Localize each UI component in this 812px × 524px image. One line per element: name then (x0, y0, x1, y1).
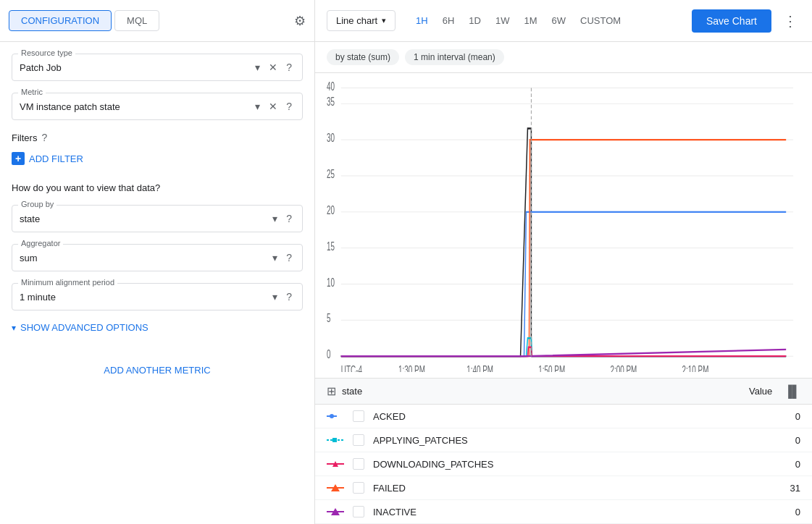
svg-text:1:30 PM: 1:30 PM (398, 364, 425, 372)
aggregator-dropdown[interactable]: ▾ (269, 250, 280, 265)
legend-header: ⊞ state Value ▐▌ (315, 379, 812, 405)
svg-text:0: 0 (327, 348, 331, 361)
inactive-value: 0 (771, 507, 800, 517)
min-alignment-field: Minimum alignment period 1 minute ▾ ? (12, 283, 303, 310)
filters-section: Filters ? (12, 132, 303, 143)
downloading-line-icon (327, 459, 347, 469)
svg-text:2:10 PM: 2:10 PM (682, 364, 709, 372)
applying-value: 0 (771, 435, 800, 446)
resource-type-clear[interactable]: ✕ (266, 60, 280, 75)
acked-label: ACKED (373, 411, 771, 422)
downloading-label: DOWNLOADING_PATCHES (373, 459, 771, 470)
legend-bars-icon[interactable]: ▐▌ (784, 385, 800, 398)
svg-text:1:40 PM: 1:40 PM (466, 364, 493, 372)
inactive-line-icon (327, 507, 347, 517)
time-1m[interactable]: 1M (518, 12, 543, 29)
more-icon: ⋮ (783, 13, 798, 29)
metric-clear[interactable]: ✕ (266, 99, 280, 114)
svg-text:30: 30 (327, 132, 335, 145)
resource-type-help[interactable]: ? (283, 60, 295, 75)
add-filter-plus-icon: + (12, 152, 25, 165)
applying-line-icon (327, 435, 347, 445)
legend-row-acked[interactable]: ACKED 0 (315, 405, 812, 428)
group-by-dropdown[interactable]: ▾ (269, 211, 280, 226)
time-1d[interactable]: 1D (463, 12, 487, 29)
resource-type-value: Patch Job (20, 62, 249, 73)
legend-row-failed[interactable]: FAILED 31 (315, 476, 812, 500)
left-config-panel: Resource type Patch Job ▾ ✕ ? Metric VM … (0, 42, 315, 524)
acked-line-icon (327, 411, 347, 421)
add-filter-button[interactable]: + ADD FILTER (12, 152, 83, 165)
time-6w[interactable]: 6W (546, 12, 572, 29)
legend-table: ⊞ state Value ▐▌ ACKED 0 APPLYIN (315, 378, 812, 524)
legend-row-inactive[interactable]: INACTIVE 0 (315, 500, 812, 524)
aggregator-help[interactable]: ? (283, 250, 295, 265)
failed-value: 31 (771, 483, 800, 494)
legend-row-applying[interactable]: APPLYING_PATCHES 0 (315, 428, 812, 452)
failed-checkbox[interactable] (353, 482, 364, 494)
svg-text:40: 40 (327, 80, 335, 93)
svg-rect-28 (332, 438, 337, 442)
svg-text:10: 10 (327, 276, 335, 289)
chart-area: 0 5 10 15 20 25 30 35 40 (315, 73, 812, 378)
svg-text:35: 35 (327, 96, 335, 109)
filter-tags-row: by state (sum) 1 min interval (mean) (315, 42, 812, 73)
acked-value: 0 (771, 411, 800, 422)
applying-label: APPLYING_PATCHES (373, 435, 771, 446)
metric-help[interactable]: ? (283, 99, 295, 114)
gear-icon: ⚙ (294, 13, 306, 29)
inactive-label: INACTIVE (373, 507, 771, 517)
filters-help-icon[interactable]: ? (41, 132, 47, 143)
svg-text:20: 20 (327, 204, 335, 217)
group-by-label: Group by (18, 200, 56, 208)
failed-label: FAILED (373, 483, 771, 494)
inactive-checkbox[interactable] (353, 506, 364, 517)
aggregator-field: Aggregator sum ▾ ? (12, 244, 303, 271)
add-filter-label: ADD FILTER (29, 153, 83, 164)
legend-grid-icon: ⊞ (327, 384, 336, 398)
resource-type-field: Resource type Patch Job ▾ ✕ ? (12, 54, 303, 81)
applying-checkbox[interactable] (353, 434, 364, 446)
min-alignment-dropdown[interactable]: ▾ (269, 290, 280, 304)
legend-row-downloading[interactable]: DOWNLOADING_PATCHES 0 (315, 452, 812, 476)
svg-point-26 (330, 414, 334, 418)
advanced-link-label: SHOW ADVANCED OPTIONS (20, 322, 148, 333)
downloading-value: 0 (771, 459, 800, 470)
resource-type-dropdown[interactable]: ▾ (252, 60, 263, 75)
downloading-checkbox[interactable] (353, 458, 364, 470)
time-custom[interactable]: CUSTOM (574, 12, 627, 29)
group-by-value: state (20, 214, 267, 224)
chart-type-button[interactable]: Line chart ▾ (327, 10, 395, 31)
view-section-title: How do you want to view that data? (12, 182, 303, 193)
min-alignment-label: Minimum alignment period (18, 278, 117, 287)
aggregator-value: sum (20, 253, 267, 263)
show-advanced-button[interactable]: ▾ SHOW ADVANCED OPTIONS (12, 322, 148, 333)
legend-value-header: Value (749, 386, 772, 397)
dropdown-icon: ▾ (382, 16, 386, 25)
acked-checkbox[interactable] (353, 410, 364, 422)
time-6h[interactable]: 6H (437, 12, 461, 29)
save-chart-button[interactable]: Save Chart (692, 9, 771, 33)
tab-configuration[interactable]: CONFIGURATION (9, 10, 112, 31)
chevron-down-icon: ▾ (12, 323, 16, 333)
svg-text:2:00 PM: 2:00 PM (610, 364, 637, 372)
filters-label: Filters (12, 132, 37, 143)
svg-text:5: 5 (327, 312, 331, 325)
metric-value: VM instance patch state (20, 101, 249, 112)
group-by-help[interactable]: ? (283, 211, 295, 226)
time-1w[interactable]: 1W (490, 12, 516, 29)
metric-dropdown[interactable]: ▾ (252, 99, 263, 114)
svg-text:UTC-4: UTC-4 (341, 364, 362, 372)
min-alignment-value: 1 minute (20, 292, 267, 303)
svg-text:15: 15 (327, 240, 335, 253)
add-metric-button[interactable]: ADD ANOTHER METRIC (12, 356, 303, 384)
min-alignment-help[interactable]: ? (283, 290, 295, 304)
svg-text:25: 25 (327, 168, 335, 181)
settings-gear-button[interactable]: ⚙ (294, 13, 306, 29)
more-options-button[interactable]: ⋮ (780, 9, 800, 33)
line-chart-svg: 0 5 10 15 20 25 30 35 40 (327, 79, 800, 372)
metric-label: Metric (18, 88, 46, 96)
tab-mql[interactable]: MQL (114, 10, 159, 31)
right-chart-panel: by state (sum) 1 min interval (mean) 0 5… (315, 42, 812, 524)
time-1h[interactable]: 1H (410, 12, 434, 29)
